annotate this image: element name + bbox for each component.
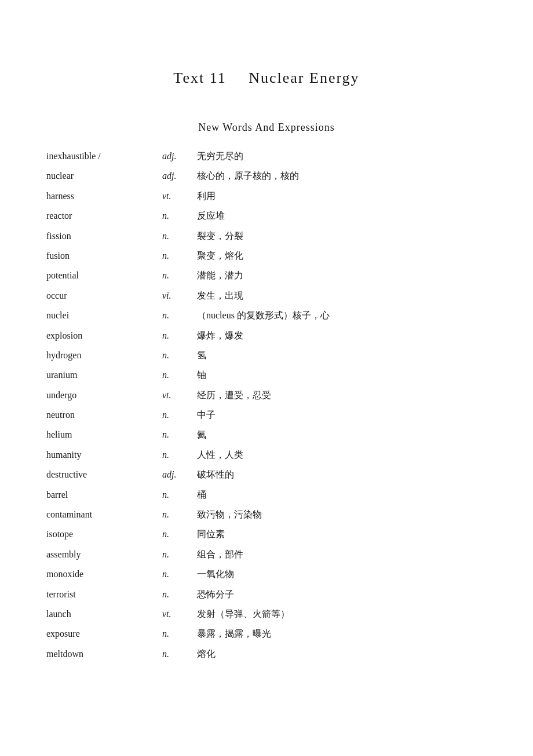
- vocab-pos: n.: [162, 365, 197, 385]
- vocab-word: occur: [46, 286, 162, 306]
- vocab-table: inexhaustible /adj.无穷无尽的nuclearadj.核心的，原…: [46, 146, 487, 664]
- vocab-def: 同位素: [197, 524, 487, 544]
- vocab-pos: n.: [162, 624, 197, 644]
- vocab-word: inexhaustible /: [46, 146, 162, 166]
- vocab-pos: n.: [162, 524, 197, 544]
- vocab-word: meltdown: [46, 644, 162, 664]
- vocab-pos: n.: [162, 445, 197, 465]
- vocab-word: hydrogen: [46, 346, 162, 365]
- vocab-pos: vi.: [162, 286, 197, 306]
- vocab-word: humanity: [46, 445, 162, 465]
- vocab-pos: n.: [162, 644, 197, 664]
- vocab-word: harness: [46, 186, 162, 206]
- vocab-def: 破坏性的: [197, 465, 487, 485]
- vocab-def: 裂变，分裂: [197, 226, 487, 246]
- text-number: Text 11: [173, 69, 226, 86]
- vocab-def: 无穷无尽的: [197, 146, 487, 166]
- vocab-row: potentialn.潜能，潜力: [46, 266, 487, 285]
- vocab-word: undergo: [46, 386, 162, 405]
- vocab-row: nuclein.（nucleus 的复数形式）核子，心: [46, 306, 487, 325]
- vocab-row: heliumn.氦: [46, 425, 487, 445]
- vocab-def: 一氧化物: [197, 564, 487, 584]
- vocab-word: contaminant: [46, 505, 162, 524]
- vocab-pos: adj.: [162, 465, 197, 485]
- vocab-pos: vt.: [162, 386, 197, 405]
- vocab-row: reactorn.反应堆: [46, 206, 487, 226]
- vocab-row: terroristn.恐怖分子: [46, 585, 487, 604]
- vocab-word: assembly: [46, 545, 162, 564]
- vocab-pos: n.: [162, 226, 197, 246]
- vocab-pos: n.: [162, 405, 197, 425]
- vocab-def: 组合，部件: [197, 545, 487, 564]
- vocab-word: barrel: [46, 485, 162, 505]
- vocab-row: contaminantn.致污物，污染物: [46, 505, 487, 524]
- vocab-pos: adj.: [162, 166, 197, 186]
- vocab-def: 核心的，原子核的，核的: [197, 166, 487, 186]
- vocab-def: 熔化: [197, 644, 487, 664]
- page-title: Text 11 Nuclear Energy: [46, 69, 487, 87]
- vocab-pos: n.: [162, 485, 197, 505]
- vocab-def: 发生，出现: [197, 286, 487, 306]
- vocab-def: 氦: [197, 425, 487, 445]
- text-title: Nuclear Energy: [249, 69, 359, 86]
- vocab-pos: n.: [162, 206, 197, 226]
- vocab-pos: n.: [162, 306, 197, 325]
- vocab-word: reactor: [46, 206, 162, 226]
- vocab-pos: n.: [162, 326, 197, 346]
- vocab-word: helium: [46, 425, 162, 445]
- vocab-row: uraniumn.铀: [46, 365, 487, 385]
- vocab-row: inexhaustible /adj.无穷无尽的: [46, 146, 487, 166]
- vocab-pos: n.: [162, 425, 197, 445]
- vocab-def: 爆炸，爆发: [197, 326, 487, 346]
- vocab-pos: vt.: [162, 186, 197, 206]
- section-heading: New Words And Expressions: [46, 122, 487, 134]
- vocab-word: monoxide: [46, 564, 162, 584]
- vocab-word: destructive: [46, 465, 162, 485]
- vocab-word: potential: [46, 266, 162, 285]
- vocab-row: occurvi.发生，出现: [46, 286, 487, 306]
- vocab-def: 致污物，污染物: [197, 505, 487, 524]
- vocab-row: monoxiden.一氧化物: [46, 564, 487, 584]
- vocab-word: uranium: [46, 365, 162, 385]
- vocab-def: （nucleus 的复数形式）核子，心: [197, 306, 487, 325]
- vocab-row: neutronn.中子: [46, 405, 487, 425]
- vocab-row: nuclearadj.核心的，原子核的，核的: [46, 166, 487, 186]
- vocab-pos: adj.: [162, 146, 197, 166]
- vocab-row: harnessvt.利用: [46, 186, 487, 206]
- vocab-def: 桶: [197, 485, 487, 505]
- vocab-row: explosionn.爆炸，爆发: [46, 326, 487, 346]
- vocab-row: humanityn.人性，人类: [46, 445, 487, 465]
- vocab-def: 利用: [197, 186, 487, 206]
- vocab-row: barreln.桶: [46, 485, 487, 505]
- vocab-word: explosion: [46, 326, 162, 346]
- vocab-word: fusion: [46, 246, 162, 266]
- vocab-pos: n.: [162, 266, 197, 285]
- vocab-def: 中子: [197, 405, 487, 425]
- vocab-row: destructiveadj.破坏性的: [46, 465, 487, 485]
- vocab-pos: n.: [162, 505, 197, 524]
- vocab-def: 发射（导弹、火箭等）: [197, 604, 487, 624]
- vocab-row: launchvt.发射（导弹、火箭等）: [46, 604, 487, 624]
- vocab-def: 恐怖分子: [197, 585, 487, 604]
- vocab-word: isotope: [46, 524, 162, 544]
- vocab-word: launch: [46, 604, 162, 624]
- vocab-row: assemblyn.组合，部件: [46, 545, 487, 564]
- vocab-word: exposure: [46, 624, 162, 644]
- vocab-word: terrorist: [46, 585, 162, 604]
- vocab-row: undergovt.经历，遭受，忍受: [46, 386, 487, 405]
- vocab-row: fusionn.聚变，熔化: [46, 246, 487, 266]
- vocab-row: meltdownn.熔化: [46, 644, 487, 664]
- vocab-word: nuclear: [46, 166, 162, 186]
- vocab-def: 铀: [197, 365, 487, 385]
- vocab-row: hydrogenn.氢: [46, 346, 487, 365]
- vocab-row: exposuren.暴露，揭露，曝光: [46, 624, 487, 644]
- vocab-word: neutron: [46, 405, 162, 425]
- vocab-def: 人性，人类: [197, 445, 487, 465]
- vocab-def: 聚变，熔化: [197, 246, 487, 266]
- vocab-word: fission: [46, 226, 162, 246]
- vocab-def: 反应堆: [197, 206, 487, 226]
- vocab-def: 氢: [197, 346, 487, 365]
- vocab-def: 潜能，潜力: [197, 266, 487, 285]
- vocab-pos: n.: [162, 346, 197, 365]
- vocab-pos: vt.: [162, 604, 197, 624]
